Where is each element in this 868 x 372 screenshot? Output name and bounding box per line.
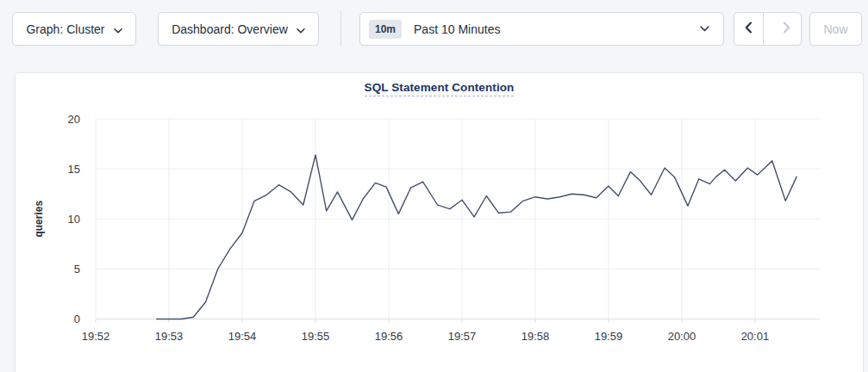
y-tick-label: 10 [68,213,80,226]
time-window-badge: 10m [369,20,402,39]
x-tick-label: 19:58 [521,330,550,343]
x-tick-label: 19:56 [375,330,403,343]
dashboard-dropdown[interactable]: Dashboard: Overview [158,12,319,46]
series-line-queries [157,155,796,319]
graph-dropdown[interactable]: Graph: Cluster [12,12,136,46]
chevron-down-icon [297,22,305,36]
now-button-label: Now [823,22,847,36]
x-tick-label: 20:00 [668,330,696,343]
chart-card: SQL Statement Contention 0510152019:5219… [15,72,864,372]
graph-dropdown-label: Graph: Cluster [26,22,104,36]
x-tick-label: 20:01 [741,330,770,343]
y-tick-label: 5 [74,263,80,276]
x-tick-label: 19:52 [82,330,110,343]
now-button[interactable]: Now [809,12,862,46]
y-tick-label: 15 [68,163,80,176]
time-window-selector[interactable]: 10m Past 10 Minutes [359,12,724,46]
x-tick-label: 19:59 [595,330,623,343]
chevron-down-icon [700,26,709,32]
prev-range-button[interactable] [734,13,764,45]
x-tick-label: 19:54 [228,330,257,343]
x-tick-label: 19:55 [302,330,330,343]
x-tick-label: 19:53 [155,330,184,343]
time-window-label: Past 10 Minutes [414,22,500,36]
y-tick-label: 20 [68,113,80,126]
toolbar-divider [340,10,341,46]
chevron-right-icon [783,22,790,36]
y-tick-label: 0 [74,313,80,326]
next-range-button[interactable] [772,13,801,45]
dashboard-dropdown-label: Dashboard: Overview [172,22,288,36]
sql-contention-chart[interactable]: 0510152019:5219:5319:5419:5519:5619:5719… [16,73,863,372]
y-axis-label: queries [33,201,45,238]
chevron-down-icon [114,22,122,36]
chevron-left-icon [745,22,752,36]
time-range-nav [734,12,802,46]
x-tick-label: 19:57 [448,330,477,343]
